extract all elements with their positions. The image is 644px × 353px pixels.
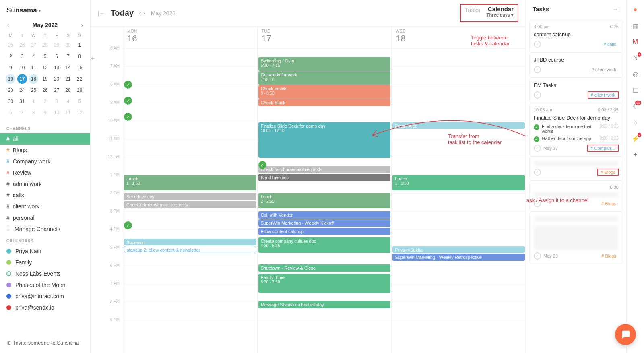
mini-cal-day[interactable]: 25 — [29, 85, 38, 95]
task-card[interactable]: 10:05 am0:03 / 2:05Finalize Slide Deck f… — [529, 103, 623, 156]
mini-cal-day[interactable]: 7 — [17, 108, 27, 118]
mini-cal-day[interactable]: 22 — [75, 74, 85, 84]
workspace-switcher[interactable]: Sunsama ▾ — [0, 3, 90, 19]
task-check[interactable]: ✓ — [534, 91, 541, 99]
task-check[interactable]: ✓ — [534, 200, 541, 207]
calendar-event[interactable]: Send Invoices — [124, 193, 256, 200]
mini-cal-day[interactable]: 4 — [63, 97, 73, 106]
archive-icon[interactable]: ☐ — [632, 86, 640, 94]
mini-cal-day[interactable]: 4 — [29, 52, 38, 61]
calendar-item[interactable]: Phases of the Moon — [0, 279, 90, 291]
mini-cal-day[interactable]: 19 — [40, 74, 50, 84]
task-tag[interactable]: # client work — [588, 92, 618, 98]
moon-icon[interactable]: ☾13 — [632, 102, 640, 110]
task-card[interactable]: ✓# Blogs — [529, 156, 623, 180]
channel-calls[interactable]: #calls — [0, 190, 90, 201]
mini-cal-day[interactable]: 15 — [75, 63, 85, 72]
channel-all[interactable]: #all — [0, 133, 90, 145]
task-tag[interactable]: # Blogs — [599, 253, 619, 259]
mini-cal-day[interactable]: 1 — [29, 97, 38, 106]
task-tag[interactable]: # Blogs — [598, 169, 618, 175]
calendar-event[interactable]: Call with Vendor — [258, 211, 391, 219]
task-check[interactable]: ✓ — [534, 252, 541, 260]
mini-cal-day[interactable]: 11 — [29, 63, 38, 72]
bolt-icon[interactable]: ⚡• — [632, 134, 640, 142]
calendar-event[interactable]: Shutdown - Review & Close — [258, 264, 391, 272]
task-tag[interactable]: # calls — [601, 41, 619, 47]
mini-cal-day[interactable]: 5 — [40, 52, 50, 61]
mini-cal-day[interactable]: 9 — [40, 108, 50, 118]
notion-icon[interactable]: N• — [632, 54, 640, 62]
mini-cal-day[interactable]: 30 — [63, 40, 73, 50]
mini-cal-day[interactable]: 3 — [17, 52, 27, 61]
calendar-event[interactable]: Lunch1 - 1:50 — [124, 175, 256, 190]
mini-cal-day[interactable]: 26 — [17, 40, 27, 50]
mini-cal-day[interactable]: 3 — [52, 97, 62, 106]
task-card[interactable]: 4:00 pm0:25content catchup✓# calls — [529, 20, 623, 52]
calendar-event[interactable]: SuperWin Marketing - Weekly Retrospectiv… — [392, 254, 525, 261]
mini-cal-day[interactable]: 14 — [63, 63, 73, 72]
calendar-event[interactable]: Family Time6:30 - 7:50 — [258, 274, 391, 293]
mini-cal-day[interactable]: 10 — [17, 63, 27, 72]
search-icon[interactable]: ⌕ — [632, 118, 640, 126]
mini-cal-day[interactable]: 16 — [6, 74, 15, 84]
channel-review[interactable]: #Review — [0, 167, 90, 178]
channel-admin-work[interactable]: #admin work — [0, 178, 90, 190]
task-card[interactable]: ✓May 23# Blogs — [529, 212, 623, 264]
mini-cal-day[interactable]: 29 — [52, 40, 62, 50]
calendar-event[interactable]: Lunch1 - 1:50 — [392, 175, 525, 190]
calendar-event[interactable]: Get ready for work7:15 - 8 — [258, 71, 391, 85]
tasks-view-tab[interactable]: Tasks — [465, 6, 480, 13]
task-tag[interactable]: # client work — [589, 66, 619, 73]
task-check[interactable]: ✓ — [534, 66, 541, 73]
calendar-event[interactable]: Message Shanto on his birthday — [258, 301, 391, 308]
mini-cal-day[interactable]: 31 — [17, 97, 27, 106]
mini-cal-day[interactable]: 26 — [40, 85, 50, 95]
mini-cal-day[interactable]: 9 — [6, 63, 15, 72]
next-month-button[interactable]: › — [78, 21, 85, 29]
mini-cal-day[interactable]: 28 — [40, 40, 50, 50]
mini-cal-day[interactable]: 12 — [75, 108, 85, 118]
calendar-event[interactable]: Ellow content catchup — [258, 228, 391, 235]
calendar-event[interactable]: Superwin — [124, 239, 256, 245]
calendar-item[interactable]: Priya Nain — [0, 246, 90, 257]
channel-client-work[interactable]: #client work — [0, 201, 90, 212]
task-tag[interactable]: # Blogs — [599, 200, 619, 207]
calendar-event[interactable]: standup 2: ellow content & newsletter — [124, 246, 256, 252]
task-check[interactable]: ✓ — [534, 41, 541, 48]
calendar-event[interactable]: Finalize Slide Deck for demo day10:05 - … — [258, 122, 391, 158]
channel-blogs[interactable]: #Blogs — [0, 145, 90, 156]
calendar-item[interactable]: priva@sendx.io — [0, 302, 90, 313]
next-period-button[interactable]: › — [143, 10, 145, 16]
mini-cal-day[interactable]: 24 — [17, 85, 27, 95]
task-card[interactable]: EM Tasks✓# client work — [529, 78, 623, 103]
mini-cal-day[interactable]: 30 — [6, 97, 15, 106]
mini-cal-day[interactable]: 6 — [52, 52, 62, 61]
task-tag[interactable]: # Compan… — [588, 145, 618, 151]
mini-cal-day[interactable]: 27 — [29, 40, 38, 50]
collapse-right-icon[interactable]: →| — [613, 6, 620, 12]
mini-cal-day[interactable]: 13 — [52, 63, 62, 72]
mini-cal-day[interactable]: 7 — [63, 52, 73, 61]
calendar-event[interactable]: Create company culture doc4:30 - 5:35 — [258, 237, 391, 253]
mini-cal-day[interactable]: 17 — [17, 74, 27, 84]
channel-company-work[interactable]: #Company work — [0, 156, 90, 167]
mini-cal-day[interactable]: 29 — [75, 85, 85, 95]
mini-cal-day[interactable]: 23 — [6, 85, 15, 95]
calendar-event[interactable]: Swimming / Gym6:30 - 7:15 — [258, 57, 391, 71]
mini-cal-day[interactable]: 18 — [29, 74, 38, 84]
target-icon[interactable]: ◎ — [632, 70, 640, 78]
calendar-event[interactable]: Check reimbursement requests — [124, 201, 256, 208]
calendar-event[interactable]: Check Slack — [258, 99, 391, 106]
mini-cal-day[interactable]: 2 — [6, 52, 15, 61]
task-check[interactable]: ✓ — [534, 169, 541, 176]
manage-channels-button[interactable]: + Manage Channels — [0, 223, 90, 235]
calendar-event[interactable]: Send Invoices — [258, 174, 391, 181]
trello-icon[interactable]: ▦ — [632, 22, 640, 30]
channel-personal[interactable]: #personal — [0, 212, 90, 223]
gmail-icon[interactable]: M — [632, 38, 640, 46]
calendar-event[interactable]: Check emails8 - 8:50 — [258, 85, 391, 99]
calendar-event[interactable]: SuperWin Marketing - Weekly Kickoff — [258, 219, 391, 227]
mini-cal-day[interactable]: 2 — [40, 97, 50, 106]
calendar-item[interactable]: priya@inturact.com — [0, 291, 90, 302]
